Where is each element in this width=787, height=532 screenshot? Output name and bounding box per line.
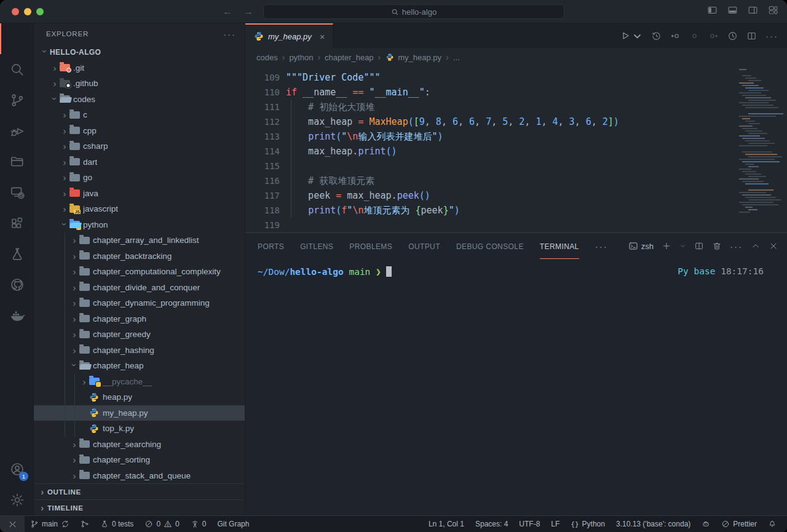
panel-tab-output[interactable]: OUTPUT	[408, 233, 440, 259]
panel-more-actions-icon[interactable]: ···	[730, 241, 743, 252]
run-python-file-button[interactable]	[620, 31, 643, 41]
activity-testing-icon[interactable]	[0, 239, 33, 269]
tab-my-heap-py[interactable]: my_heap.py ×	[245, 23, 333, 48]
breadcrumb-item[interactable]: python	[289, 53, 313, 62]
status-language-mode[interactable]: {}Python	[565, 516, 611, 532]
maximize-window-button[interactable]	[36, 8, 44, 15]
toggle-panel-icon[interactable]	[727, 5, 738, 18]
tree-folder-hello-algo[interactable]: HELLO-ALGO	[34, 44, 245, 60]
status-ports-status[interactable]: 0	[185, 516, 212, 532]
minimap[interactable]	[739, 69, 783, 213]
activity-explorer-icon[interactable]	[0, 23, 33, 54]
minimize-window-button[interactable]	[24, 8, 31, 15]
new-terminal-icon[interactable]	[662, 241, 671, 251]
breadcrumb-item[interactable]: my_heap.py	[385, 52, 441, 62]
tree-folder-c[interactable]: c	[34, 107, 245, 123]
tree-folder-python[interactable]: python	[34, 217, 245, 233]
activity-run-debug-icon[interactable]	[0, 116, 33, 146]
activity-docker-icon[interactable]	[0, 300, 33, 331]
status-tests-status[interactable]: 0 tests	[95, 516, 139, 532]
close-panel-icon[interactable]	[769, 241, 778, 251]
activity-project-folder-icon[interactable]	[0, 146, 33, 177]
activity-search-icon[interactable]	[0, 54, 33, 85]
tree-folder-chapter_greedy[interactable]: chapter_greedy	[34, 327, 245, 343]
activity-extensions-icon[interactable]	[0, 208, 33, 239]
next-change-icon[interactable]	[708, 31, 719, 41]
tree-folder-chapter_divide_and_conquer[interactable]: chapter_divide_and_conquer	[34, 280, 245, 296]
tree-file-top_k.py[interactable]: top_k.py	[34, 421, 245, 437]
tree-folder-csharp[interactable]: csharp	[34, 138, 245, 154]
status-python-interpreter[interactable]: 3.10.13 ('base': conda)	[611, 516, 696, 532]
customize-layout-icon[interactable]	[768, 5, 778, 18]
toggle-secondary-sidebar-icon[interactable]	[748, 5, 758, 18]
previous-change-icon[interactable]	[670, 31, 681, 41]
activity-remote-explorer-icon[interactable]	[0, 177, 33, 208]
tree-folder-cpp[interactable]: cpp	[34, 123, 245, 139]
tree-folder-codes[interactable]: codes	[34, 92, 245, 108]
tree-file-my_heap.py[interactable]: my_heap.py	[34, 405, 245, 421]
status-prettier[interactable]: Prettier	[716, 516, 762, 532]
status-indentation[interactable]: Spaces: 4	[470, 516, 513, 532]
close-window-button[interactable]	[12, 8, 19, 15]
status-copilot[interactable]	[696, 516, 716, 532]
breadcrumb-item[interactable]: ...	[453, 53, 460, 62]
sidebar-section-timeline[interactable]: TIMELINE	[34, 499, 245, 515]
status-encoding[interactable]: UTF-8	[513, 516, 545, 532]
status-notifications[interactable]	[762, 516, 782, 532]
status-git-graph-status[interactable]: Git Graph	[212, 516, 255, 532]
split-editor-icon[interactable]	[746, 31, 757, 41]
panel-tab-ports[interactable]: PORTS	[258, 233, 284, 259]
panel-tab-problems[interactable]: PROBLEMS	[349, 233, 392, 259]
terminal-shell-label[interactable]: zsh	[628, 241, 654, 251]
activity-settings-icon[interactable]	[0, 485, 33, 515]
terminal[interactable]: ~/Dow/hello-algo main ❯ Py base 18:17:16	[245, 259, 787, 515]
tree-folder-chapter_computational_complexity[interactable]: chapter_computational_complexity	[34, 264, 245, 280]
terminal-dropdown-icon[interactable]	[679, 241, 686, 251]
panel-tab-gitlens[interactable]: GITLENS	[300, 233, 333, 259]
back-arrow-icon[interactable]: ←	[223, 6, 232, 17]
change-indicator-icon[interactable]	[689, 31, 700, 41]
tree-folder-chapter_stack_and_queue[interactable]: chapter_stack_and_queue	[34, 468, 245, 484]
tree-folder-chapter_backtracking[interactable]: chapter_backtracking	[34, 248, 245, 264]
breadcrumb-item[interactable]: codes	[256, 53, 278, 62]
panel-tab-terminal[interactable]: TERMINAL	[540, 233, 579, 259]
toggle-sidebar-icon[interactable]	[707, 5, 718, 18]
tree-folder-.github[interactable]: .github	[34, 76, 245, 92]
tree-folder-.git[interactable]: .git	[34, 60, 245, 76]
tree-folder-java[interactable]: java	[34, 186, 245, 202]
activity-github-icon[interactable]	[0, 269, 33, 300]
tree-file-heap.py[interactable]: heap.py	[34, 389, 245, 405]
tree-folder-chapter_heap[interactable]: chapter_heap	[34, 358, 245, 374]
activity-accounts-icon[interactable]: 1	[0, 454, 33, 485]
kill-terminal-icon[interactable]	[712, 241, 722, 251]
tree-folder-__pycache__[interactable]: __pycache__	[34, 374, 245, 390]
status-problems-status[interactable]: 00	[139, 516, 184, 532]
tab-close-icon[interactable]: ×	[320, 31, 325, 42]
status-eol[interactable]: LF	[545, 516, 565, 532]
tree-folder-chapter_searching[interactable]: chapter_searching	[34, 437, 245, 453]
timeline-history-icon[interactable]	[651, 31, 662, 41]
gitlens-file-history-icon[interactable]	[727, 31, 738, 41]
activity-source-control-icon[interactable]	[0, 85, 33, 116]
code-editor[interactable]: 109"""Driver Code"""110if __name__ == "_…	[245, 66, 787, 232]
tree-folder-chapter_graph[interactable]: chapter_graph	[34, 311, 245, 327]
split-terminal-icon[interactable]	[694, 241, 704, 251]
tree-folder-javascript[interactable]: JSjavascript	[34, 201, 245, 217]
forward-arrow-icon[interactable]: →	[243, 6, 253, 17]
breadcrumb-item[interactable]: chapter_heap	[325, 53, 374, 62]
status-git-graph-icon-status[interactable]	[75, 516, 95, 532]
explorer-more-actions-icon[interactable]: ···	[223, 29, 236, 39]
status-git-branch-status[interactable]: main	[25, 516, 75, 532]
tree-folder-dart[interactable]: dart	[34, 154, 245, 170]
tree-folder-chapter_array_and_linkedlist[interactable]: chapter_array_and_linkedlist	[34, 232, 245, 248]
status-cursor-position[interactable]: Ln 1, Col 1	[423, 516, 470, 532]
maximize-panel-icon[interactable]	[751, 241, 761, 251]
tree-folder-chapter_hashing[interactable]: chapter_hashing	[34, 343, 245, 359]
status-remote-indicator[interactable]	[0, 516, 25, 532]
sidebar-section-outline[interactable]: OUTLINE	[34, 483, 245, 499]
panel-tab-debug-console[interactable]: DEBUG CONSOLE	[456, 233, 524, 259]
tree-folder-go[interactable]: go	[34, 170, 245, 186]
panel-more-tabs-icon[interactable]: ···	[595, 241, 608, 252]
tree-folder-chapter_dynamic_programming[interactable]: chapter_dynamic_programming	[34, 295, 245, 311]
editor-more-actions-icon[interactable]: ···	[765, 31, 778, 41]
